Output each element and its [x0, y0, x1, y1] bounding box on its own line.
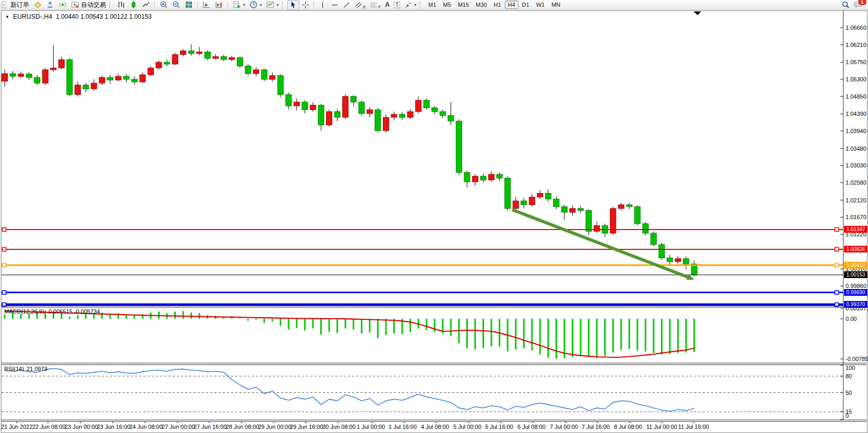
current-price-label: 1.00153 [844, 271, 867, 278]
time-axis-label: 11 Jul 00:00 [646, 424, 677, 430]
price-axis-tick: 1.05750 [846, 59, 866, 65]
time-axis-label: 1 Jul 00:00 [357, 424, 385, 430]
hline-anchor [835, 263, 839, 267]
time-axis-label: 5 Jul 16:00 [485, 424, 513, 430]
rsi-axis-label: 0 [846, 413, 849, 419]
chart-title-symbol: EURUSD-,H4 [13, 13, 52, 20]
price-axis-tick: 1.01670 [846, 214, 866, 220]
hline-anchor [3, 227, 6, 231]
rsi-axis-label: 100 [846, 365, 855, 371]
time-axis-label: 1 Jul 16:00 [389, 424, 417, 430]
time-axis-label: 7 Jul 16:00 [582, 424, 610, 430]
price-axis-tick: 0.99860 [846, 283, 866, 289]
horizontal-lines-layer[interactable] [2, 227, 843, 306]
time-axis-label: 23 Jun 00:00 [65, 424, 98, 430]
macd-name: MACD(12,26,9) [4, 308, 44, 315]
time-axis-label: 29 Jun 16:00 [290, 424, 323, 430]
trend-arrow[interactable] [512, 210, 694, 280]
rsi-axis-label: 50 [846, 390, 852, 396]
time-axis-label: 5 Jul 00:00 [453, 424, 481, 430]
rsi-axis-label: 80 [846, 373, 852, 379]
price-axis-tick: 1.04390 [846, 111, 866, 117]
rsi-indicator-label: RSI(14) 21.0973 [4, 366, 47, 372]
hline-price-label: 1.01347 [844, 226, 867, 233]
price-axis-tick: 1.03940 [846, 128, 866, 134]
time-axis-label: 23 Jun 16:00 [97, 424, 130, 430]
macd-signal-line [5, 311, 694, 357]
chart-title-row: ▼ EURUSD-,H4 1.00440 1.00543 1.00122 1.0… [5, 13, 152, 20]
hline-price-label: 0.99690 [844, 289, 867, 296]
chart-shift-marker-icon[interactable] [694, 11, 701, 15]
hline-anchor [3, 247, 6, 251]
time-axis-label: 28 Jun 08:00 [226, 424, 259, 430]
time-axis-label: 8 Jul 08:00 [614, 424, 642, 430]
chart-title-caret-icon[interactable]: ▼ [5, 15, 9, 19]
time-axis-label: 30 Jun 08:00 [322, 424, 356, 430]
panel-separators [2, 10, 866, 422]
time-axis-label: 22 Jun 08:00 [32, 424, 66, 430]
hline-anchor [835, 227, 839, 231]
price-axis-tick: 1.02580 [846, 179, 866, 186]
hline-anchor [835, 291, 839, 294]
axis-ticks [17, 28, 843, 423]
chart-plot-surface[interactable] [0, 0, 868, 433]
hline-anchor [835, 247, 839, 251]
hline-price-label: 0.99370 [844, 301, 867, 308]
rsi-line [5, 368, 694, 411]
time-axis-label: 24 Jun 08:00 [129, 424, 163, 430]
time-axis-label: 7 Jul 00:00 [550, 424, 578, 430]
macd-axis-label: 0.00 [846, 316, 857, 322]
price-axis-tick: 1.05300 [846, 76, 866, 82]
time-axis-label: 4 Jul 08:00 [421, 424, 449, 430]
price-axis-tick: 1.03030 [846, 162, 866, 169]
macd-values: -0.006515 -0.005734 [46, 308, 100, 315]
rsi-name: RSI(14) [4, 366, 24, 372]
price-axis-tick: 1.03480 [846, 146, 866, 152]
time-axis-label: 6 Jul 08:00 [517, 424, 546, 430]
price-axis-tick: 1.04850 [846, 93, 866, 100]
price-axis-tick: 1.06660 [846, 25, 866, 31]
time-axis-label: 11 Jul 16:00 [678, 424, 709, 430]
hline-price-label: 1.00826 [844, 246, 867, 252]
time-axis-label: 29 Jun 00:00 [258, 424, 292, 430]
time-axis-label: 21 Jun 2022 [1, 424, 33, 430]
macd-axis-label: -0.007853 [846, 356, 868, 362]
price-axis-tick: 1.02120 [846, 197, 866, 203]
chart-title-ohlc: 1.00440 1.00543 1.00122 1.00153 [56, 13, 152, 20]
hline-anchor [3, 291, 6, 294]
mt4-terminal: 新订单 自动交易 [0, 0, 868, 433]
rsi-value: 21.0973 [27, 366, 47, 372]
time-axis-label: 27 Jun 16:00 [194, 424, 227, 430]
price-axis-tick: 1.06210 [846, 42, 866, 48]
hline-anchor [3, 263, 6, 267]
macd-histogram [5, 310, 694, 358]
rsi-level-lines [2, 376, 843, 412]
macd-indicator-label: MACD(12,26,9) -0.006515 -0.005734 [4, 308, 100, 315]
hline-price-label: 1.00410 [844, 262, 867, 269]
time-axis-label: 27 Jun 00:00 [162, 424, 195, 430]
